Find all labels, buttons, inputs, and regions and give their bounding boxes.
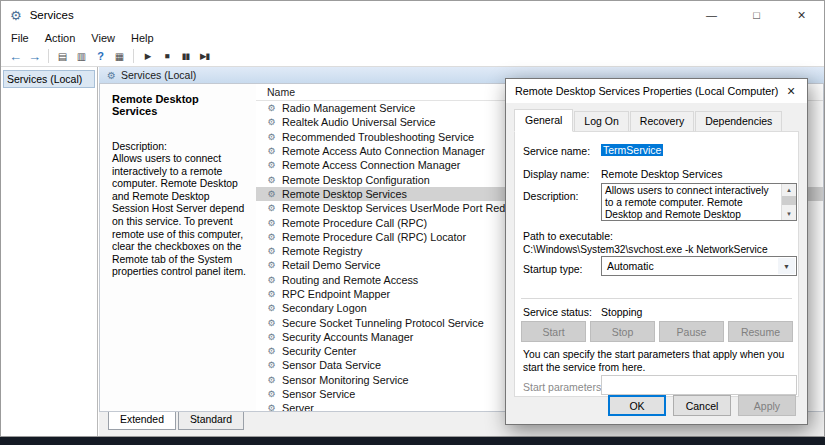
show-console-tree-icon[interactable]: ▤	[53, 47, 72, 65]
start-button[interactable]: Start	[521, 321, 586, 342]
startup-type-label: Startup type:	[523, 263, 583, 275]
description-scrollbar[interactable]: ▲ ▼	[781, 184, 796, 220]
pause-button[interactable]: Pause	[659, 321, 724, 342]
window-controls: — □ ×	[689, 1, 824, 29]
service-gear-icon: ⚙	[266, 146, 277, 156]
menu-item[interactable]: View	[83, 30, 123, 46]
start-parameters-hint: You can specify the start parameters tha…	[523, 349, 795, 374]
taskbar-strip	[0, 437, 825, 445]
service-name-label: Remote Access Auto Connection Manager	[282, 145, 485, 157]
tree-item-services-local[interactable]: Services (Local)	[3, 70, 95, 88]
service-name-label: RPC Endpoint Mapper	[282, 288, 390, 300]
service-name-label: Remote Procedure Call (RPC)	[282, 217, 427, 229]
scroll-down-icon[interactable]: ▼	[782, 208, 796, 220]
console-tree: Services (Local)	[1, 67, 98, 436]
dialog-tabs: GeneralLog OnRecoveryDependencies	[506, 103, 807, 132]
close-button[interactable]: ×	[779, 1, 824, 29]
stop-button[interactable]: Stop	[590, 321, 655, 342]
service-name-label: Sensor Data Service	[282, 359, 381, 371]
dialog-tab[interactable]: Log On	[574, 111, 628, 132]
back-icon[interactable]: ←	[6, 47, 25, 65]
services-header-icon: ⚙	[107, 70, 116, 81]
export-list-icon[interactable]: ▥	[72, 47, 91, 65]
start-service-icon[interactable]: ▶	[138, 47, 157, 65]
service-gear-icon: ⚙	[266, 389, 277, 399]
service-gear-icon: ⚙	[266, 260, 277, 270]
toolbar-separator	[133, 49, 134, 63]
pause-service-icon[interactable]: ▮▮	[176, 47, 195, 65]
restart-service-icon[interactable]: ▶▮	[195, 47, 214, 65]
service-name-label: Remote Desktop Services UserMode Port Re…	[282, 202, 535, 214]
service-name-label: Recommended Troubleshooting Service	[282, 131, 474, 143]
service-name-label: Sensor Monitoring Service	[282, 374, 409, 386]
service-gear-icon: ⚙	[266, 375, 277, 385]
service-name-label: Retail Demo Service	[282, 259, 380, 271]
service-gear-icon: ⚙	[266, 246, 277, 256]
service-gear-icon: ⚙	[266, 332, 277, 342]
help-icon[interactable]: ?	[91, 47, 110, 65]
description-textarea[interactable]: Allows users to connect interactively to…	[601, 183, 797, 221]
description-text: Allows users to connect interactively to…	[112, 153, 246, 279]
maximize-button[interactable]: □	[734, 1, 779, 29]
service-name-label: Realtek Audio Universal Service	[282, 116, 436, 128]
service-name-label: Secondary Logon	[282, 302, 367, 314]
scrollbar-thumb[interactable]	[782, 196, 796, 205]
toolbar-separator	[48, 49, 49, 63]
view-tab[interactable]: Extended	[108, 412, 176, 430]
description-label: Description:	[523, 190, 578, 202]
apply-button[interactable]: Apply	[738, 395, 796, 416]
start-parameters-input[interactable]	[601, 375, 797, 395]
startup-type-value: Automatic	[607, 260, 654, 272]
separator	[521, 298, 792, 299]
service-gear-icon: ⚙	[266, 346, 277, 356]
service-name-label: Security Accounts Manager	[282, 331, 413, 343]
display-name-label: Display name:	[523, 168, 590, 180]
service-name-label: Remote Registry	[282, 245, 362, 257]
service-gear-icon: ⚙	[266, 189, 277, 199]
main-header-title: Services (Local)	[121, 69, 196, 81]
service-name-label: Remote Access Connection Manager	[282, 159, 460, 171]
stop-service-icon[interactable]: ■	[157, 47, 176, 65]
view-tab[interactable]: Standard	[178, 412, 244, 430]
services-app-icon: ⚙	[10, 8, 22, 23]
service-gear-icon: ⚙	[266, 232, 277, 242]
forward-icon[interactable]: →	[25, 47, 44, 65]
dialog-tab[interactable]: General	[514, 109, 573, 132]
service-name-label: Remote Desktop Configuration	[282, 174, 430, 186]
dialog-footer: OK Cancel Apply	[608, 395, 796, 416]
service-gear-icon: ⚙	[266, 275, 277, 285]
cancel-button[interactable]: Cancel	[673, 395, 731, 416]
path-value: C:\Windows\System32\svchost.exe -k Netwo…	[523, 244, 768, 255]
service-name-label: Sensor Service	[282, 388, 355, 400]
service-name-label: Remote Desktop Services	[282, 188, 407, 200]
scroll-up-icon[interactable]: ▲	[782, 184, 796, 196]
path-label: Path to executable:	[523, 230, 613, 242]
chevron-down-icon[interactable]: ▼	[778, 258, 795, 274]
titlebar: ⚙ Services — □ ×	[1, 1, 824, 29]
service-gear-icon: ⚙	[266, 303, 277, 313]
minimize-button[interactable]: —	[689, 1, 734, 29]
service-gear-icon: ⚙	[266, 360, 277, 370]
service-gear-icon: ⚙	[266, 132, 277, 142]
description-label: Description:	[112, 141, 244, 152]
properties-icon[interactable]: ▦	[110, 47, 129, 65]
service-gear-icon: ⚙	[266, 318, 277, 328]
resume-button[interactable]: Resume	[728, 321, 793, 342]
menu-item[interactable]: File	[3, 30, 37, 46]
dialog-tab[interactable]: Dependencies	[695, 111, 782, 132]
service-name-label: Radio Management Service	[282, 102, 415, 114]
dialog-tab[interactable]: Recovery	[630, 111, 694, 132]
startup-type-dropdown[interactable]: Automatic ▼	[601, 256, 797, 276]
selected-service-title: Remote Desktop Services	[112, 93, 244, 117]
dialog-close-icon[interactable]: ×	[775, 79, 807, 103]
menu-item[interactable]: Action	[37, 30, 84, 46]
service-name-label: Remote Procedure Call (RPC) Locator	[282, 231, 466, 243]
menu-item[interactable]: Help	[123, 30, 162, 46]
service-gear-icon: ⚙	[266, 218, 277, 228]
service-gear-icon: ⚙	[266, 160, 277, 170]
ok-button[interactable]: OK	[608, 395, 666, 416]
screen: ⚙ Services — □ × FileActionViewHelp ← → …	[0, 0, 825, 445]
service-gear-icon: ⚙	[266, 403, 277, 411]
service-name-label: Security Center	[282, 345, 356, 357]
service-gear-icon: ⚙	[266, 103, 277, 113]
